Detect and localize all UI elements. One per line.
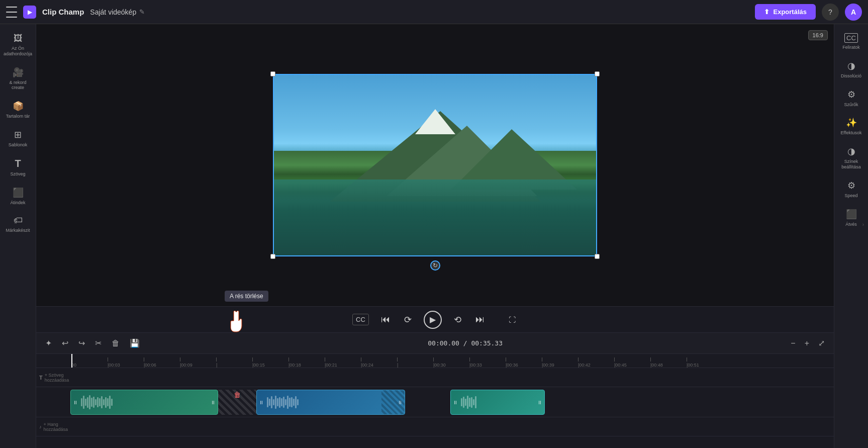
handle-top-left[interactable] xyxy=(270,71,275,76)
video-track-row: ⏸ xyxy=(36,387,834,417)
hamburger-menu-button[interactable] xyxy=(6,7,17,18)
sidebar-item-color[interactable]: ◑ Színek beállítása xyxy=(836,142,867,174)
video-preview: 16:9 ↻ xyxy=(36,24,834,306)
deleted-gap[interactable]: 🗑 xyxy=(218,390,256,415)
rename-icon: ✎ xyxy=(139,8,145,16)
aspect-ratio-badge[interactable]: 16:9 xyxy=(808,30,828,40)
ruler-mark-30: |00:30 xyxy=(433,357,469,368)
right-sidebar: CC Feliratok ◑ Dissolúció ⚙ Szűrők ✨ Eff… xyxy=(834,24,868,448)
expand-timeline-button[interactable]: ⤢ xyxy=(815,336,828,350)
timeline-tracks: T + Szöveg hozzáadása ⏸ xyxy=(36,368,834,448)
playback-controls: CC ⏮ ⟳ ▶ ⟲ ⏭ ⛶ xyxy=(36,306,834,332)
sidebar-item-label-color: Színek beállítása xyxy=(838,159,865,170)
sidebar-item-text[interactable]: T Szöveg xyxy=(3,154,34,181)
ruler-mark-48: |00:48 xyxy=(650,357,687,368)
sidebar-item-filters[interactable]: ⚙ Szűrők xyxy=(836,85,867,112)
rewind-button[interactable]: ⟳ xyxy=(402,312,414,327)
help-button[interactable]: ? xyxy=(822,4,839,21)
topbar: Clip Champ Saját videókép ✎ ⬆ Exportálás… xyxy=(0,0,868,24)
redo-button[interactable]: ↪ xyxy=(75,336,88,350)
sidebar-item-transitions[interactable]: ⬛ Átindek xyxy=(3,183,34,210)
select-tool-button[interactable]: ✦ xyxy=(42,336,55,350)
sidebar-item-templates[interactable]: ⊞ Sablonok xyxy=(3,125,34,152)
cut-button[interactable]: ✂ xyxy=(92,336,105,350)
handle-bottom-left[interactable] xyxy=(270,254,275,259)
ruler-mark-18: |00:18 xyxy=(288,357,325,368)
ruler-mark-21: |00:21 xyxy=(325,357,361,368)
play-pause-button[interactable]: ▶ xyxy=(424,311,442,329)
transitions-icon: ⬛ xyxy=(13,187,24,198)
handle-top-right[interactable] xyxy=(595,71,600,76)
sidebar-item-media[interactable]: 🖼 Az Ön adathordozója xyxy=(3,29,34,61)
audio-track-content xyxy=(70,417,834,436)
clip-pause-left-3: ⏸ xyxy=(453,400,458,405)
sidebar-item-speed[interactable]: ⚙ Speed xyxy=(836,176,867,203)
add-text-label[interactable]: + Szöveg hozzáadása xyxy=(45,373,69,383)
app-title: Clip Champ xyxy=(42,8,84,16)
ruler-mark-51: |00:51 xyxy=(687,357,723,368)
sidebar-item-label-dissolve: Dissolúció xyxy=(841,73,861,79)
sidebar-item-label-media: Az Ön adathordozója xyxy=(4,46,32,57)
playhead[interactable] xyxy=(71,354,72,368)
ruler-mark-39: |00:39 xyxy=(542,357,578,368)
skip-forward-button[interactable]: ⏭ xyxy=(473,312,487,327)
sidebar-item-label-transitions: Átindek xyxy=(10,200,25,206)
video-clip-3[interactable]: ⏸ xyxy=(450,390,545,415)
sidebar-item-effects[interactable]: ✨ Effektusok xyxy=(836,113,867,140)
zoom-out-button[interactable]: − xyxy=(788,337,798,350)
fullscreen-button[interactable]: ⛶ xyxy=(507,314,518,326)
clip-pause-right-1: ⏸ xyxy=(211,400,216,405)
text-track-content xyxy=(70,368,834,387)
delete-button[interactable]: 🗑 xyxy=(109,337,123,350)
effects-icon: ✨ xyxy=(846,117,857,128)
clip-pause-right-3: ⏸ xyxy=(537,400,542,405)
video-clip-1[interactable]: ⏸ xyxy=(70,390,218,415)
captions-icon: CC xyxy=(844,33,858,43)
timeline-content: 00 |00:03 |00:06 |00:09 | |00:15 |00:18 … xyxy=(36,354,834,448)
sidebar-item-label-audio-mix: Átvés xyxy=(845,222,857,227)
text-icon: T xyxy=(15,158,21,169)
zoom-in-button[interactable]: + xyxy=(802,337,812,350)
sidebar-item-content[interactable]: 📦 Tartalom tár xyxy=(3,97,34,123)
video-clip-2[interactable]: ⏸ xyxy=(256,390,405,415)
sidebar-item-dissolve[interactable]: ◑ Dissolúció xyxy=(836,56,867,83)
undo-button[interactable]: ↩ xyxy=(59,336,71,350)
sidebar-item-audio-mix[interactable]: ⬛ Átvés xyxy=(836,205,867,231)
add-audio-label[interactable]: + Hang hozzáadása xyxy=(44,422,68,432)
export-icon: ⬆ xyxy=(764,8,769,16)
handle-bottom-right[interactable] xyxy=(595,254,600,259)
dissolve-icon: ◑ xyxy=(847,60,855,71)
time-display: 00:00.00 / 00:35.33 xyxy=(428,339,503,347)
sidebar-item-label-content: Tartalom tár xyxy=(6,114,30,119)
speed-icon: ⚙ xyxy=(847,180,855,191)
ruler-mark-12: | xyxy=(216,357,252,368)
sidebar-item-branding[interactable]: 🏷 Márkakészit › xyxy=(3,211,34,237)
sidebar-item-label-branding: Márkakészit xyxy=(6,228,30,233)
timeline-area: ✦ ↩ ↪ ✂ 🗑 💾 00:00.00 / 00:35.33 − + ⤢ xyxy=(36,332,834,448)
sidebar-item-label-speed: Speed xyxy=(844,193,857,199)
playhead-triangle xyxy=(69,354,75,355)
forward-button[interactable]: ⟲ xyxy=(452,312,463,327)
video-frame xyxy=(273,74,597,256)
avatar-button[interactable]: A xyxy=(845,4,862,21)
video-track-content[interactable]: ⏸ xyxy=(70,387,834,417)
ruler-mark-15: |00:15 xyxy=(252,357,288,368)
templates-icon: ⊞ xyxy=(14,129,22,140)
sidebar-item-record[interactable]: 🎥 & rekord create xyxy=(3,63,34,95)
delete-gap-icon[interactable]: 🗑 xyxy=(234,391,241,399)
ruler-mark-9: |00:09 xyxy=(180,357,216,368)
media-icon: 🖼 xyxy=(14,33,23,44)
audio-track-icon: ♪ xyxy=(39,424,42,429)
audio-mix-icon: ⬛ xyxy=(846,209,857,220)
export-button[interactable]: ⬆ Exportálás xyxy=(755,4,816,20)
sidebar-item-captions[interactable]: CC Feliratok xyxy=(836,29,867,54)
audio-track-row: ♪ + Hang hozzáadása xyxy=(36,417,834,436)
ruler-mark-6: |00:06 xyxy=(144,357,180,368)
rotate-handle[interactable]: ↻ xyxy=(430,260,440,271)
save-button[interactable]: 💾 xyxy=(127,336,143,350)
captions-toggle-button[interactable]: CC xyxy=(352,314,369,325)
project-name[interactable]: Saját videókép ✎ xyxy=(90,8,145,16)
zoom-controls: − + ⤢ xyxy=(788,336,828,350)
skip-back-button[interactable]: ⏮ xyxy=(379,312,392,327)
color-icon: ◑ xyxy=(847,146,855,157)
